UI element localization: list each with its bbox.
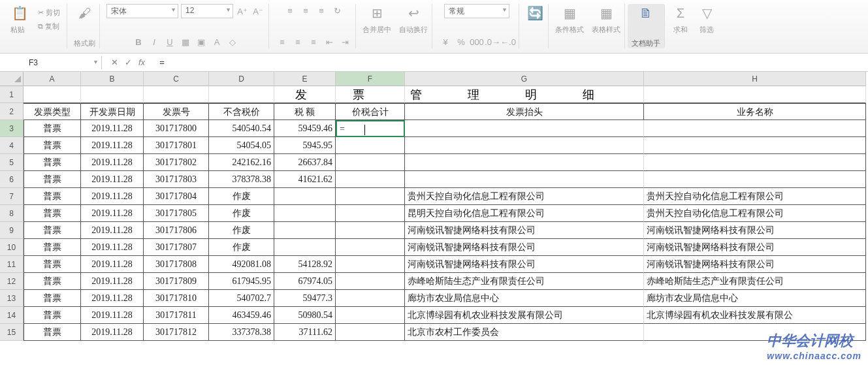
cell-H7[interactable]: 贵州天控自动化信息工程有限公司 <box>644 188 866 205</box>
copy-button[interactable]: ⧉复制 <box>35 20 63 33</box>
align-middle-icon[interactable]: ≡ <box>299 4 312 17</box>
cell-B3[interactable]: 2019.11.28 <box>81 120 144 137</box>
cell-C14[interactable]: 301717811 <box>144 307 209 324</box>
cell-F11[interactable] <box>336 256 405 273</box>
cell-G14[interactable]: 北京博绿园有机农业科技发展有限公司 <box>405 307 644 324</box>
title-cell[interactable] <box>144 86 209 103</box>
cell-B11[interactable]: 2019.11.28 <box>81 256 144 273</box>
cell-A8[interactable]: 普票 <box>24 205 81 222</box>
row-header-12[interactable]: 12 <box>0 273 24 290</box>
align-left-icon[interactable]: ≡ <box>276 35 289 48</box>
cell-B12[interactable]: 2019.11.28 <box>81 273 144 290</box>
align-bottom-icon[interactable]: ≡ <box>315 4 328 17</box>
cell-C9[interactable]: 301717806 <box>144 222 209 239</box>
cell-G4[interactable] <box>405 137 644 154</box>
cell-F8[interactable] <box>336 205 405 222</box>
cond-format-button[interactable]: 条件格式 <box>555 25 584 35</box>
cell-A13[interactable]: 普票 <box>24 290 81 307</box>
percent-icon[interactable]: % <box>455 35 468 48</box>
cell-D3[interactable]: 540540.54 <box>209 120 274 137</box>
title-cell[interactable] <box>336 86 405 103</box>
fx-icon[interactable]: fx <box>138 57 145 67</box>
align-center-icon[interactable]: ≡ <box>291 35 304 48</box>
cell-F13[interactable] <box>336 290 405 307</box>
row-header-9[interactable]: 9 <box>0 222 24 239</box>
cell-E3[interactable]: 59459.46 <box>274 120 336 137</box>
cell-G12[interactable]: 赤峰哈斯陆生态产业有限责任公司 <box>405 273 644 290</box>
cell-G15[interactable]: 北京市农村工作委员会 <box>405 324 644 341</box>
format-painter-button[interactable]: 格式刷 <box>74 39 95 48</box>
border-button[interactable]: ▦ <box>179 35 192 48</box>
italic-button[interactable]: I <box>148 35 161 48</box>
row-header-5[interactable]: 5 <box>0 154 24 171</box>
name-box[interactable]: F3 <box>24 56 102 69</box>
cell-F4[interactable] <box>336 137 405 154</box>
merge-icon[interactable]: ⊞ <box>368 4 386 22</box>
increase-font-icon[interactable]: A⁺ <box>236 5 249 18</box>
cell-C8[interactable]: 301717805 <box>144 205 209 222</box>
select-all-corner[interactable] <box>0 72 24 86</box>
cell-E5[interactable]: 26637.84 <box>274 154 336 171</box>
paste-icon[interactable]: 📋 <box>10 4 29 22</box>
cell-H3[interactable] <box>644 120 866 137</box>
col-header-A[interactable]: A <box>24 72 81 86</box>
cell-F14[interactable] <box>336 307 405 324</box>
cell-C5[interactable]: 301717802 <box>144 154 209 171</box>
cell-D6[interactable]: 378378.38 <box>209 171 274 188</box>
sum-button[interactable]: 求和 <box>673 25 688 35</box>
helper-icon[interactable]: 🗎 <box>637 4 655 22</box>
cell-B14[interactable]: 2019.11.28 <box>81 307 144 324</box>
table-style-button[interactable]: 表格样式 <box>592 25 620 35</box>
cell-A15[interactable]: 普票 <box>24 324 81 341</box>
header-A[interactable]: 发票类型 <box>24 103 81 120</box>
cell-B5[interactable]: 2019.11.28 <box>81 154 144 171</box>
cell-H6[interactable] <box>644 171 866 188</box>
cell-H10[interactable]: 河南锐讯智捷网络科技有限公司 <box>644 239 866 256</box>
cell-G7[interactable]: 贵州天控自动化信息工程有限公司 <box>405 188 644 205</box>
cell-C13[interactable]: 301717810 <box>144 290 209 307</box>
cell-G13[interactable]: 廊坊市农业局信息中心 <box>405 290 644 307</box>
cell-D9[interactable]: 作废 <box>209 222 274 239</box>
cell-C4[interactable]: 301717801 <box>144 137 209 154</box>
number-format-select[interactable]: 常规 <box>444 4 509 18</box>
table-style-icon[interactable]: ▦ <box>597 4 615 22</box>
title-cell[interactable] <box>644 86 866 103</box>
header-B[interactable]: 开发票日期 <box>81 103 144 120</box>
indent-left-icon[interactable]: ⇤ <box>323 35 336 48</box>
col-header-H[interactable]: H <box>644 72 866 86</box>
cell-D11[interactable]: 492081.08 <box>209 256 274 273</box>
cell-D5[interactable]: 242162.16 <box>209 154 274 171</box>
header-H[interactable]: 业务名称 <box>644 103 866 120</box>
cell-H15[interactable] <box>644 324 866 341</box>
font-name-select[interactable]: 宋体 <box>106 4 178 18</box>
cell-F12[interactable] <box>336 273 405 290</box>
indent-right-icon[interactable]: ⇥ <box>338 35 351 48</box>
cell-E6[interactable]: 41621.62 <box>274 171 336 188</box>
brush-icon[interactable]: 🖌 <box>76 4 94 22</box>
header-F[interactable]: 价税合计 <box>336 103 405 120</box>
row-header-1[interactable]: 1 <box>0 86 24 103</box>
align-right-icon[interactable]: ≡ <box>307 35 320 48</box>
cell-F6[interactable] <box>336 171 405 188</box>
cell-F5[interactable] <box>336 154 405 171</box>
type-icon[interactable]: 🔄 <box>526 4 544 22</box>
underline-button[interactable]: U <box>163 35 176 48</box>
cell-H5[interactable] <box>644 154 866 171</box>
cell-C7[interactable]: 301717804 <box>144 188 209 205</box>
cell-A3[interactable]: 普票 <box>24 120 81 137</box>
fill-color-button[interactable]: ▣ <box>195 35 208 48</box>
cell-D10[interactable]: 作废 <box>209 239 274 256</box>
cell-E14[interactable]: 50980.54 <box>274 307 336 324</box>
row-header-10[interactable]: 10 <box>0 239 24 256</box>
header-C[interactable]: 发票号 <box>144 103 209 120</box>
filter-button[interactable]: 筛选 <box>699 25 714 35</box>
cut-button[interactable]: ✂剪切 <box>35 7 63 19</box>
cell-A14[interactable]: 普票 <box>24 307 81 324</box>
cell-B8[interactable]: 2019.11.28 <box>81 205 144 222</box>
cell-G9[interactable]: 河南锐讯智捷网络科技有限公司 <box>405 222 644 239</box>
col-header-G[interactable]: G <box>405 72 644 86</box>
cell-F3[interactable]: = <box>336 120 405 137</box>
cell-D7[interactable]: 作废 <box>209 188 274 205</box>
cell-A7[interactable]: 普票 <box>24 188 81 205</box>
cell-D14[interactable]: 463459.46 <box>209 307 274 324</box>
